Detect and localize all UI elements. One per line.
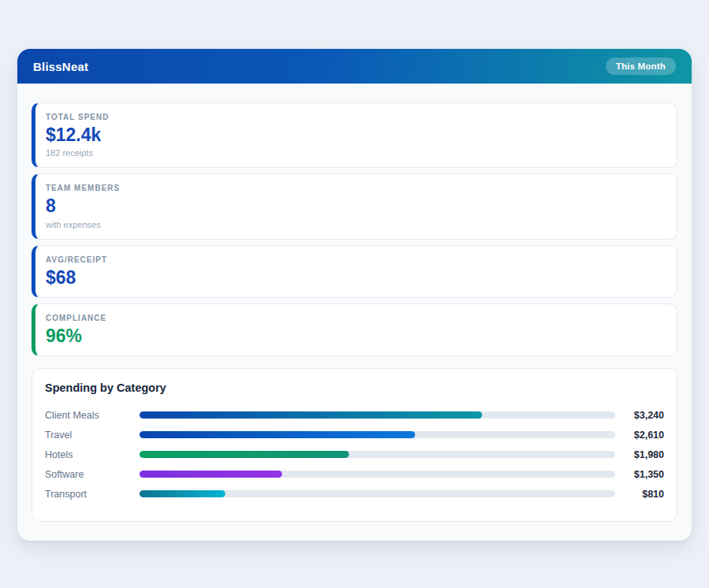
bar-row: Travel$2,610 bbox=[45, 425, 664, 445]
bar-chart-rows: Client Meals$3,240Travel$2,610Hotels$1,9… bbox=[45, 405, 664, 504]
stat-label: COMPLIANCE bbox=[46, 314, 664, 322]
dashboard-content: TOTAL SPEND $12.4k 182 receipts TEAM MEM… bbox=[17, 84, 692, 538]
bar-track bbox=[139, 411, 615, 419]
period-selector-badge[interactable]: This Month bbox=[606, 58, 676, 75]
bar-value-label: $1,350 bbox=[615, 469, 664, 480]
bar-track bbox=[139, 431, 615, 438]
bar-value-label: $810 bbox=[615, 489, 664, 500]
spending-by-category-chart: Spending by Category Client Meals$3,240T… bbox=[32, 368, 677, 522]
bar-value-label: $1,980 bbox=[615, 449, 664, 460]
stat-card-total-spend: TOTAL SPEND $12.4k 182 receipts bbox=[32, 102, 677, 168]
bar-track bbox=[139, 490, 615, 497]
bar-value-label: $2,610 bbox=[615, 430, 664, 441]
bar-row: Client Meals$3,240 bbox=[45, 405, 664, 425]
stat-subtext: with expenses bbox=[46, 220, 664, 229]
stat-subtext: 182 receipts bbox=[46, 148, 664, 158]
stat-value: $68 bbox=[46, 268, 664, 288]
stat-label: AVG/RECEIPT bbox=[46, 255, 664, 264]
bar-category-label: Travel bbox=[45, 430, 139, 441]
stat-card-compliance: COMPLIANCE 96% bbox=[32, 303, 677, 356]
bar-fill bbox=[139, 490, 225, 497]
bar-fill bbox=[139, 451, 349, 458]
bar-row: Hotels$1,980 bbox=[45, 445, 664, 464]
app-header: BlissNeat This Month bbox=[17, 49, 692, 84]
stat-value: 96% bbox=[46, 326, 664, 346]
bar-fill bbox=[139, 471, 282, 478]
app-title: BlissNeat bbox=[33, 60, 88, 73]
bar-value-label: $3,240 bbox=[615, 410, 664, 421]
stat-value: $12.4k bbox=[46, 125, 664, 145]
bar-category-label: Software bbox=[45, 469, 139, 480]
bar-category-label: Transport bbox=[45, 489, 139, 500]
stat-label: TEAM MEMBERS bbox=[46, 184, 664, 192]
bar-fill bbox=[139, 411, 482, 419]
stat-card-team-members: TEAM MEMBERS 8 with expenses bbox=[32, 173, 677, 239]
dashboard-panel: BlissNeat This Month TOTAL SPEND $12.4k … bbox=[17, 49, 692, 541]
bar-category-label: Hotels bbox=[45, 449, 139, 460]
bar-track bbox=[139, 471, 615, 478]
stat-value: 8 bbox=[46, 196, 664, 216]
bar-category-label: Client Meals bbox=[45, 410, 139, 421]
stat-card-avg-receipt: AVG/RECEIPT $68 bbox=[32, 245, 677, 298]
bar-fill bbox=[139, 431, 415, 438]
bar-row: Software$1,350 bbox=[45, 464, 664, 484]
stat-label: TOTAL SPEND bbox=[46, 113, 664, 121]
chart-title: Spending by Category bbox=[45, 381, 664, 394]
bar-track bbox=[139, 451, 615, 458]
bar-row: Transport$810 bbox=[45, 484, 664, 504]
